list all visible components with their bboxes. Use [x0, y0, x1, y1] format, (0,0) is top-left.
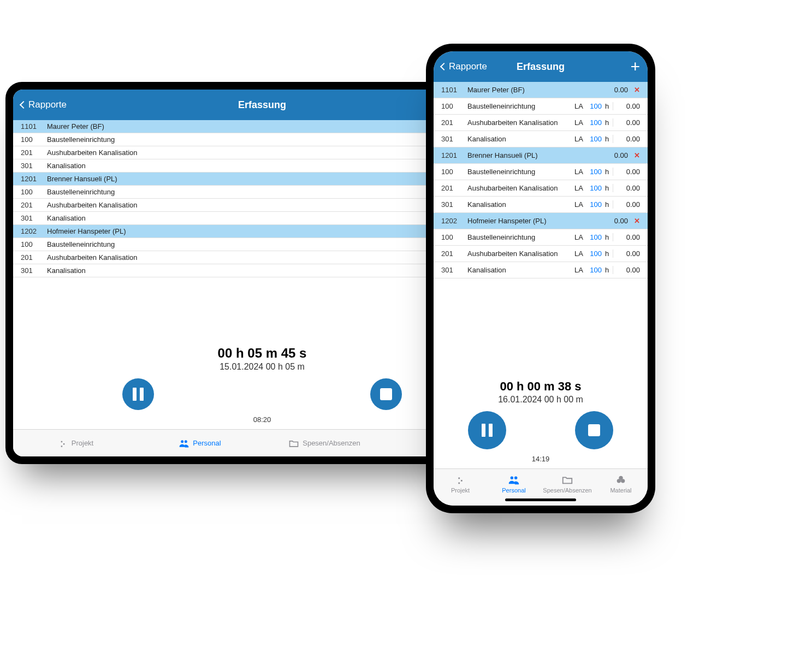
chevron-left-icon	[440, 63, 448, 70]
task-amount: 0.00	[613, 200, 640, 209]
tab-label: Personal	[193, 439, 221, 447]
phone-rows: 1101 Maurer Peter (BF) 0.00 ✕ 100 Bauste…	[434, 82, 648, 278]
task-code: 201	[21, 149, 47, 157]
tab-projekt[interactable]: Projekt	[434, 469, 487, 498]
stop-icon	[380, 388, 392, 400]
task-row[interactable]: 301 Kanalisation LA 100 h 0.00	[434, 131, 648, 147]
tab-projekt[interactable]: Projekt	[13, 430, 138, 456]
la-label: LA	[571, 184, 585, 192]
person-total: 0.00	[601, 217, 628, 225]
la-value[interactable]: 100	[585, 233, 602, 241]
stop-button[interactable]	[370, 378, 402, 410]
add-button[interactable]: +	[630, 58, 640, 75]
back-label: Rapporte	[28, 99, 67, 110]
unit-label: h	[602, 135, 613, 143]
task-code: 100	[441, 233, 467, 241]
task-row[interactable]: 100 Baustelleneinrichtung LA 100 h 0.00	[434, 229, 648, 246]
person-code: 1201	[21, 175, 47, 183]
back-label: Rapporte	[449, 61, 487, 72]
task-code: 201	[441, 250, 467, 258]
la-label: LA	[571, 135, 585, 143]
tab-label: Projekt	[72, 439, 93, 447]
unit-label: h	[602, 250, 613, 258]
unit-label: h	[602, 184, 613, 192]
task-row[interactable]: 201 Aushubarbeiten Kanalisation LA 100 h…	[434, 180, 648, 197]
person-row[interactable]: 1101 Maurer Peter (BF) 0.00 ✕	[434, 82, 648, 98]
task-row[interactable]: 301 Kanalisation LA 100 h 0.00	[434, 197, 648, 213]
task-code: 201	[21, 253, 47, 262]
tab-material[interactable]: Material	[594, 469, 648, 498]
task-code: 100	[21, 188, 47, 196]
task-amount: 0.00	[613, 168, 640, 176]
la-value[interactable]: 100	[585, 168, 602, 176]
delete-button[interactable]: ✕	[628, 217, 640, 225]
chevron-left-icon	[20, 101, 27, 109]
tab-spesen[interactable]: Spesen/Absenzen	[541, 469, 594, 498]
plus-icon: +	[630, 57, 640, 75]
la-label: LA	[571, 168, 585, 176]
task-amount: 0.00	[613, 118, 640, 127]
timer-date: 15.01.2024 00 h 05 m	[220, 362, 305, 372]
home-indicator[interactable]	[505, 498, 576, 501]
tab-label: Material	[610, 487, 631, 494]
task-row[interactable]: 100 Baustelleneinrichtung LA 100 h 0.00	[434, 164, 648, 180]
task-amount: 0.00	[613, 184, 640, 192]
tab-label: Spesen/Absenzen	[303, 439, 360, 447]
person-row[interactable]: 1201 Brenner Hansueli (PL) 0.00 ✕	[434, 147, 648, 164]
task-code: 301	[441, 200, 467, 209]
task-code: 301	[21, 162, 47, 170]
unit-label: h	[602, 266, 613, 274]
task-row[interactable]: 301 Kanalisation LA 100 h 0.00	[434, 262, 648, 278]
person-row[interactable]: 1202 Hofmeier Hanspeter (PL) 0.00 ✕	[434, 213, 648, 229]
la-label: LA	[571, 102, 585, 110]
la-value[interactable]: 100	[585, 266, 602, 274]
task-row[interactable]: 201 Aushubarbeiten Kanalisation LA 100 h…	[434, 246, 648, 262]
unit-label: h	[602, 233, 613, 241]
la-label: LA	[571, 233, 585, 241]
task-amount: 0.00	[613, 233, 640, 241]
svg-point-5	[619, 476, 623, 479]
tab-label: Spesen/Absenzen	[543, 487, 591, 494]
task-code: 201	[441, 184, 467, 192]
task-amount: 0.00	[613, 102, 640, 110]
task-row[interactable]: 100 Baustelleneinrichtung LA 100 h 0.00	[434, 98, 648, 115]
tab-personal[interactable]: Personal	[487, 469, 541, 498]
delete-button[interactable]: ✕	[628, 151, 640, 159]
la-value[interactable]: 100	[585, 184, 602, 192]
task-code: 201	[21, 201, 47, 209]
tab-personal[interactable]: Personal	[138, 430, 262, 456]
pause-icon	[133, 388, 144, 401]
la-label: LA	[571, 200, 585, 209]
back-button[interactable]: Rapporte	[21, 99, 67, 110]
person-name: Hofmeier Hanspeter (PL)	[467, 217, 601, 225]
phone-device: Rapporte Erfassung + 1101 Maurer Peter (…	[426, 44, 655, 513]
person-name: Maurer Peter (BF)	[467, 86, 601, 94]
person-code: 1202	[21, 227, 47, 235]
la-value[interactable]: 100	[585, 135, 602, 143]
pause-button[interactable]	[468, 411, 506, 449]
pause-button[interactable]	[122, 378, 154, 410]
tab-spesen[interactable]: Spesen/Absenzen	[262, 430, 387, 456]
delete-button[interactable]: ✕	[628, 86, 640, 94]
task-row[interactable]: 201 Aushubarbeiten Kanalisation LA 100 h…	[434, 115, 648, 131]
la-value[interactable]: 100	[585, 118, 602, 127]
timer-elapsed: 00 h 05 m 45 s	[218, 346, 307, 361]
task-name: Aushubarbeiten Kanalisation	[467, 250, 571, 258]
la-value[interactable]: 100	[585, 250, 602, 258]
task-amount: 0.00	[613, 135, 640, 143]
la-value[interactable]: 100	[585, 102, 602, 110]
la-value[interactable]: 100	[585, 200, 602, 209]
close-icon: ✕	[634, 86, 640, 94]
la-label: LA	[571, 118, 585, 127]
stop-button[interactable]	[575, 411, 613, 449]
back-button[interactable]: Rapporte	[441, 61, 487, 72]
timer-elapsed: 00 h 00 m 38 s	[500, 379, 581, 394]
timer-start: 08:20	[253, 415, 271, 424]
timer-start: 14:19	[532, 455, 550, 463]
navbar: Rapporte Erfassung +	[434, 51, 648, 82]
stop-icon	[588, 424, 600, 436]
tab-label: Personal	[502, 487, 525, 494]
task-code: 100	[21, 135, 47, 144]
task-name: Kanalisation	[467, 135, 571, 143]
material-icon	[615, 474, 627, 486]
